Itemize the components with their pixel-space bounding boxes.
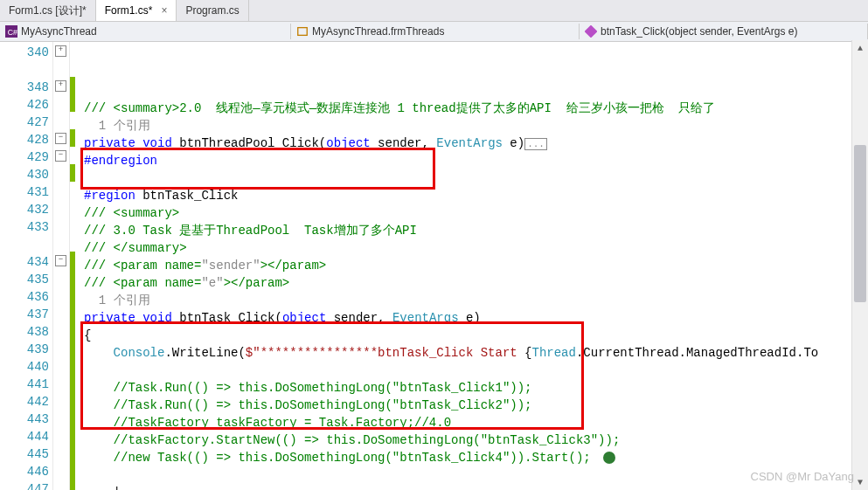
line-number: 437 (0, 306, 49, 323)
code-line[interactable]: 1 个引用 (84, 292, 868, 309)
nav-type-label: MyAsyncThread.frmThreads (312, 25, 444, 38)
change-marker (70, 94, 75, 112)
line-number: 348 (0, 79, 49, 96)
scroll-thumb[interactable] (854, 145, 866, 302)
navigation-bar: C# MyAsyncThread MyAsyncThread.frmThread… (0, 22, 868, 42)
code-line[interactable]: private void btnTask_Click(object sender… (84, 309, 868, 327)
line-number: 431 (0, 183, 49, 201)
change-margin (70, 42, 77, 490)
line-number: 434 (0, 253, 49, 271)
fold-margin: ++−−− (53, 42, 70, 490)
change-marker (70, 252, 75, 269)
svg-text:C#: C# (8, 28, 17, 37)
line-number: 340 (0, 44, 49, 61)
nav-project-dropdown[interactable]: C# MyAsyncThread (0, 24, 291, 39)
line-number: 433 (0, 218, 49, 236)
nav-member-dropdown[interactable]: btnTask_Click(object sender, EventArgs e… (580, 24, 868, 39)
tab-label: Program.cs (185, 4, 239, 17)
line-number: 439 (0, 341, 49, 358)
expand-icon[interactable]: + (55, 45, 66, 57)
code-line[interactable]: //Task.Run(() => this.DoSomethingLong("b… (84, 379, 868, 397)
tab-form-designer[interactable]: Form1.cs [设计]* (0, 0, 96, 21)
svg-rect-2 (298, 28, 308, 36)
tab-program[interactable]: Program.cs (177, 0, 248, 21)
change-marker (70, 426, 75, 444)
svg-rect-3 (585, 25, 597, 38)
code-line[interactable]: #endregion (84, 152, 868, 169)
line-number: 442 (0, 393, 49, 411)
line-number: 426 (0, 96, 49, 114)
change-marker (70, 409, 75, 426)
code-line[interactable] (84, 169, 868, 187)
code-line[interactable]: //Task.Run(() => this.DoSomethingLong("b… (84, 397, 868, 414)
code-line[interactable]: /// <summary>2.0 线程池—享元模式—数据库连接池 1 threa… (84, 100, 868, 117)
code-area[interactable]: /// <summary>2.0 线程池—享元模式—数据库连接池 1 threa… (77, 42, 868, 490)
change-marker (70, 479, 75, 490)
line-number: 447 (0, 480, 49, 490)
scroll-up-button[interactable]: ▲ (852, 40, 868, 56)
change-marker (70, 356, 75, 374)
change-marker (70, 286, 75, 304)
change-marker (70, 339, 75, 356)
change-marker (70, 77, 75, 94)
code-line[interactable]: | (84, 484, 868, 490)
line-number: 435 (0, 271, 49, 288)
vertical-scrollbar[interactable]: ▲ ▼ (851, 40, 868, 490)
code-line[interactable]: /// <param name="e"></param> (84, 274, 868, 292)
nav-project-label: MyAsyncThread (21, 25, 97, 38)
code-line[interactable]: /// <param name="sender"></param> (84, 257, 868, 274)
change-marker (70, 164, 75, 182)
class-icon (296, 25, 309, 38)
line-number: 427 (0, 114, 49, 131)
line-number: 446 (0, 463, 49, 480)
line-number: 444 (0, 428, 49, 445)
line-number: 441 (0, 376, 49, 393)
code-line[interactable]: /// </summary> (84, 239, 868, 257)
change-marker (70, 321, 75, 339)
change-marker (70, 461, 75, 479)
line-number (0, 236, 49, 253)
code-line[interactable]: //TaskFactory taskFactory = Task.Factory… (84, 414, 868, 431)
method-icon (585, 25, 597, 38)
line-number: 440 (0, 358, 49, 376)
code-line[interactable]: Console.WriteLine($"****************btnT… (84, 344, 868, 362)
code-line[interactable]: /// <summary> (84, 204, 868, 222)
code-line[interactable]: /// 3.0 Task 是基于ThreadPool Task增加了多个API (84, 222, 868, 239)
csharp-icon: C# (5, 25, 17, 38)
collapse-icon[interactable]: − (55, 255, 66, 266)
change-marker (70, 444, 75, 461)
change-marker (70, 374, 75, 391)
collapse-icon[interactable]: − (55, 133, 66, 144)
scroll-down-button[interactable]: ▼ (852, 474, 868, 490)
expand-icon[interactable]: + (55, 80, 66, 92)
close-icon[interactable]: × (161, 4, 167, 17)
line-number: 432 (0, 201, 49, 218)
code-editor[interactable]: 3403484264274284294304314324334344354364… (0, 42, 868, 490)
tab-label: Form1.cs [设计]* (9, 3, 87, 18)
change-marker (70, 391, 75, 409)
code-line[interactable]: { (84, 327, 868, 344)
code-line[interactable] (84, 466, 868, 484)
line-number: 430 (0, 166, 49, 183)
code-line[interactable]: //taskFactory.StartNew(() => this.DoSome… (84, 431, 868, 449)
line-number: 445 (0, 445, 49, 463)
nav-type-dropdown[interactable]: MyAsyncThread.frmThreads (291, 24, 580, 39)
line-number-gutter: 3403484264274284294304314324334344354364… (0, 42, 53, 490)
line-number: 443 (0, 411, 49, 428)
code-line[interactable]: #region btnTask_Click (84, 187, 868, 204)
change-marker (70, 269, 75, 286)
tab-label: Form1.cs* (105, 4, 153, 17)
code-line[interactable]: private void btnThreadPool_Click(object … (84, 135, 868, 152)
change-marker (70, 304, 75, 321)
line-number: 438 (0, 323, 49, 341)
line-number: 429 (0, 148, 49, 166)
line-number: 436 (0, 288, 49, 306)
code-line[interactable]: 1 个引用 (84, 117, 868, 135)
line-number (0, 61, 49, 79)
code-line[interactable] (84, 362, 868, 379)
collapse-icon[interactable]: − (55, 150, 66, 162)
tab-form-code[interactable]: Form1.cs*× (96, 0, 177, 21)
nav-member-label: btnTask_Click(object sender, EventArgs e… (601, 25, 797, 38)
code-line[interactable]: //new Task(() => this.DoSomethingLong("b… (84, 449, 868, 466)
document-tabs: Form1.cs [设计]* Form1.cs*× Program.cs (0, 0, 868, 22)
